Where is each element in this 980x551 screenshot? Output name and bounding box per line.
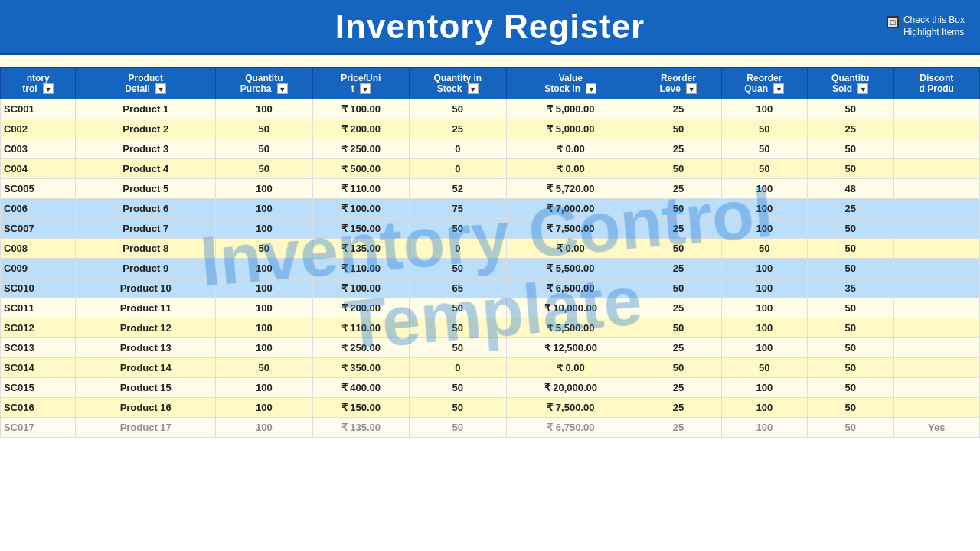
table-cell: 100 <box>216 199 312 219</box>
table-cell: ₹ 6,750.00 <box>506 418 635 438</box>
table-cell: SC013 <box>1 338 76 358</box>
table-cell: 100 <box>216 398 312 418</box>
table-cell: 25 <box>410 119 506 139</box>
dropdown-reorder-level[interactable]: ▼ <box>686 83 697 94</box>
dropdown-qty-stock[interactable]: ▼ <box>468 83 479 94</box>
table-cell: 50 <box>410 338 506 358</box>
table-cell: 25 <box>635 378 721 398</box>
table-row: SC001Product 1100₹ 100.0050₹ 5,000.00251… <box>1 99 980 119</box>
table-cell: 25 <box>635 259 721 279</box>
table-cell <box>893 398 980 418</box>
table-cell: SC016 <box>1 398 76 418</box>
table-cell: 100 <box>216 219 312 239</box>
table-cell: SC010 <box>1 279 76 298</box>
dropdown-price-unit[interactable]: ▼ <box>360 83 371 94</box>
table-cell: ₹ 7,500.00 <box>506 219 635 239</box>
table-cell: Product 6 <box>76 199 216 219</box>
table-cell: 50 <box>410 99 506 119</box>
table-cell: 100 <box>721 378 807 398</box>
table-cell: 50 <box>410 259 506 279</box>
table-cell: 100 <box>721 179 807 199</box>
table-row: SC007Product 7100₹ 150.0050₹ 7,500.00251… <box>1 219 980 239</box>
table-cell: 100 <box>216 179 312 199</box>
table-cell: ₹ 110.00 <box>312 259 409 279</box>
table-cell: ₹ 150.00 <box>312 219 409 239</box>
header-right: □ Check this BoxHighlight Items <box>827 15 965 38</box>
table-row: C002Product 250₹ 200.0025₹ 5,000.0050502… <box>1 119 980 139</box>
dropdown-inv-control[interactable]: ▼ <box>43 83 54 94</box>
page-title: Inventory Register <box>153 8 827 46</box>
table-row: SC005Product 5100₹ 110.0052₹ 5,720.00251… <box>1 179 980 199</box>
table-cell: Product 15 <box>76 378 216 398</box>
table-cell: 25 <box>635 99 721 119</box>
table-cell <box>893 318 980 338</box>
table-cell: 0 <box>410 139 506 159</box>
table-cell: ₹ 7,000.00 <box>506 199 635 219</box>
table-cell: ₹ 135.00 <box>312 239 409 259</box>
table-row: SC016Product 16100₹ 150.0050₹ 7,500.0025… <box>1 398 980 418</box>
dropdown-reorder-qty[interactable]: ▼ <box>773 83 784 94</box>
table-cell: C002 <box>1 119 76 139</box>
dropdown-qty-sold[interactable]: ▼ <box>858 83 868 94</box>
table-cell: ₹ 0.00 <box>506 139 635 159</box>
table-cell: SC001 <box>1 99 76 119</box>
table-cell: 35 <box>808 279 893 298</box>
table-cell: 50 <box>635 159 721 179</box>
table-cell: SC005 <box>1 179 76 199</box>
table-cell: 50 <box>216 139 312 159</box>
table-cell: Product 1 <box>76 99 216 119</box>
dropdown-product-detail[interactable]: ▼ <box>155 83 166 94</box>
table-cell: 50 <box>808 159 893 179</box>
table-cell: ₹ 12,500.00 <box>506 338 635 358</box>
table-cell: ₹ 400.00 <box>312 378 409 398</box>
table-cell: SC014 <box>1 358 76 378</box>
table-cell: 50 <box>808 99 893 119</box>
table-cell <box>893 279 980 298</box>
table-cell: ₹ 250.00 <box>312 338 409 358</box>
table-cell: 100 <box>721 199 807 219</box>
highlight-checkbox[interactable]: □ <box>887 16 899 28</box>
table-row: C003Product 350₹ 250.000₹ 0.00255050 <box>1 139 980 159</box>
header: Inventory Register □ Check this BoxHighl… <box>0 0 980 55</box>
table-row: C004Product 450₹ 500.000₹ 0.00505050 <box>1 159 980 179</box>
table-row: SC012Product 12100₹ 110.0050₹ 5,500.0050… <box>1 318 980 338</box>
table-cell: SC017 <box>1 418 76 438</box>
table-cell: 50 <box>721 139 807 159</box>
table-cell: 50 <box>808 418 893 438</box>
col-header-qty-stock: Quantity in Stock ▼ <box>410 68 506 99</box>
table-cell: 50 <box>808 318 893 338</box>
col-header-product-detail: Product Detail ▼ <box>76 68 216 99</box>
table-cell: 50 <box>721 358 807 378</box>
table-cell <box>893 378 980 398</box>
inventory-table-wrapper: ntory trol ▼ Product Detail ▼ Quantitu P… <box>0 67 980 438</box>
table-cell <box>893 338 980 358</box>
table-cell <box>893 119 980 139</box>
table-cell: 52 <box>410 179 506 199</box>
table-cell: 50 <box>808 139 893 159</box>
table-cell: ₹ 5,000.00 <box>506 99 635 119</box>
table-cell: ₹ 110.00 <box>312 318 409 338</box>
table-cell: 100 <box>216 338 312 358</box>
table-cell: 25 <box>635 398 721 418</box>
table-cell: 25 <box>635 418 721 438</box>
table-cell: Product 7 <box>76 219 216 239</box>
table-cell: 100 <box>216 259 312 279</box>
table-row: SC017Product 17100₹ 135.0050₹ 6,750.0025… <box>1 418 980 438</box>
table-cell: 50 <box>635 199 721 219</box>
table-cell: 100 <box>721 338 807 358</box>
table-cell: Product 3 <box>76 139 216 159</box>
table-cell <box>893 199 980 219</box>
table-cell: ₹ 0.00 <box>506 239 635 259</box>
dropdown-qty-purchased[interactable]: ▼ <box>277 83 288 94</box>
table-cell: 100 <box>216 378 312 398</box>
table-cell: ₹ 100.00 <box>312 199 409 219</box>
table-cell: 50 <box>410 318 506 338</box>
table-cell: 50 <box>216 159 312 179</box>
table-cell: Product 5 <box>76 179 216 199</box>
table-cell: Product 12 <box>76 318 216 338</box>
table-cell <box>893 99 980 119</box>
table-cell: Product 2 <box>76 119 216 139</box>
table-cell: 50 <box>808 239 893 259</box>
dropdown-value-stock[interactable]: ▼ <box>586 83 596 94</box>
table-cell: 50 <box>808 358 893 378</box>
